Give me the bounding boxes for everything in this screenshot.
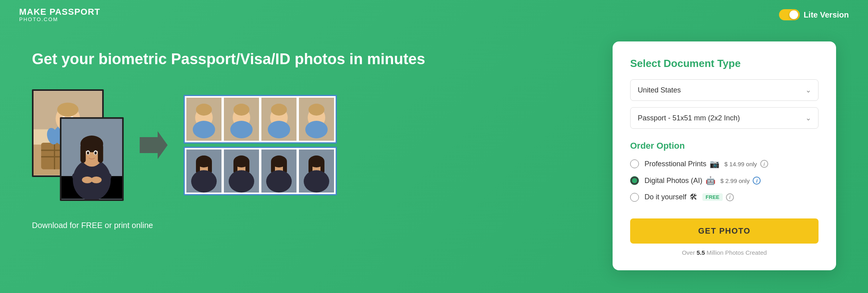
svg-point-37 bbox=[196, 104, 212, 116]
lite-version-label: Lite Version bbox=[804, 10, 849, 20]
radio-diy[interactable] bbox=[630, 193, 639, 202]
label-diy: Do it yourself 🛠 FREE i bbox=[645, 193, 734, 202]
svg-point-28 bbox=[87, 151, 89, 155]
info-professional[interactable]: i bbox=[760, 160, 768, 168]
result-row-baby bbox=[184, 95, 337, 144]
left-section: Get your biometric Passport/Visa/ID phot… bbox=[32, 41, 581, 230]
svg-rect-25 bbox=[98, 144, 103, 163]
option-professional-text: Professtional Prints bbox=[645, 160, 706, 168]
option-professional[interactable]: Professtional Prints 📷 $ 14.99 only i bbox=[630, 159, 819, 169]
svg-point-49 bbox=[308, 104, 324, 116]
panel-title: Select Document Type bbox=[630, 57, 819, 70]
svg-point-61 bbox=[233, 155, 249, 167]
stats-prefix: Over bbox=[682, 249, 697, 256]
source-photos bbox=[32, 89, 124, 201]
svg-point-55 bbox=[196, 155, 212, 167]
woman-photo bbox=[60, 117, 124, 201]
order-section: Order Option Professtional Prints 📷 $ 14… bbox=[630, 141, 819, 202]
robot-icon: 🤖 bbox=[706, 176, 716, 185]
option-digital[interactable]: Digital Photos (AI) 🤖 $ 2.99 only i bbox=[630, 176, 819, 185]
option-diy-text: Do it yourself bbox=[645, 193, 686, 201]
svg-point-50 bbox=[305, 121, 328, 138]
camera-icon: 📷 bbox=[710, 159, 720, 169]
result-row-woman bbox=[184, 147, 337, 195]
stats-number: 5.5 bbox=[696, 249, 705, 256]
tools-icon: 🛠 bbox=[690, 193, 698, 202]
svg-point-56 bbox=[191, 170, 217, 193]
lite-version-toggle[interactable]: Lite Version bbox=[779, 9, 849, 20]
header: MAKE PASSPORT PHOTO.COM Lite Version bbox=[0, 0, 868, 29]
order-title: Order Option bbox=[630, 141, 819, 151]
main-content: Get your biometric Passport/Visa/ID phot… bbox=[0, 29, 868, 293]
right-panel: Select Document Type United States Unite… bbox=[613, 41, 836, 270]
option-digital-text: Digital Photos (AI) bbox=[645, 177, 702, 185]
download-text: Download for FREE or print online bbox=[32, 221, 581, 230]
svg-point-67 bbox=[271, 155, 287, 167]
svg-marker-34 bbox=[140, 131, 168, 159]
svg-point-41 bbox=[233, 104, 249, 116]
svg-point-11 bbox=[57, 102, 79, 116]
price-digital: $ 2.99 only bbox=[720, 177, 749, 184]
info-digital[interactable]: i bbox=[753, 177, 761, 185]
svg-point-68 bbox=[266, 170, 292, 193]
info-diy[interactable]: i bbox=[726, 193, 734, 201]
photos-demo bbox=[32, 89, 581, 201]
toggle-circle bbox=[789, 10, 798, 19]
logo-bottom: PHOTO.COM bbox=[19, 17, 100, 22]
svg-point-29 bbox=[95, 151, 97, 155]
option-diy[interactable]: Do it yourself 🛠 FREE i bbox=[630, 193, 819, 202]
toggle-pill[interactable] bbox=[779, 9, 800, 20]
svg-point-46 bbox=[268, 121, 290, 138]
radio-professional[interactable] bbox=[630, 159, 639, 168]
svg-rect-24 bbox=[81, 144, 86, 163]
price-professional: $ 14.99 only bbox=[724, 161, 757, 167]
label-digital: Digital Photos (AI) 🤖 $ 2.99 only i bbox=[645, 176, 761, 185]
country-selector-wrapper: United States United Kingdom Canada Aust… bbox=[630, 79, 819, 101]
logo[interactable]: MAKE PASSPORT PHOTO.COM bbox=[19, 7, 100, 22]
svg-point-33 bbox=[91, 177, 102, 183]
free-badge: FREE bbox=[702, 193, 723, 201]
svg-point-38 bbox=[193, 121, 215, 138]
stats-text: Over 5.5 Million Photos Created bbox=[630, 249, 819, 256]
document-select[interactable]: Passport - 51x51 mm (2x2 Inch) Visa - 35… bbox=[630, 107, 819, 129]
logo-top: MAKE PASSPORT bbox=[19, 7, 100, 17]
svg-point-32 bbox=[82, 177, 93, 183]
svg-point-74 bbox=[304, 170, 329, 193]
result-photos bbox=[184, 95, 337, 195]
stats-suffix: Million Photos Created bbox=[705, 249, 767, 256]
hero-title: Get your biometric Passport/Visa/ID phot… bbox=[32, 49, 581, 69]
svg-point-45 bbox=[271, 104, 287, 116]
country-select[interactable]: United States United Kingdom Canada Aust… bbox=[630, 79, 819, 101]
svg-point-42 bbox=[230, 121, 253, 138]
document-selector-wrapper: Passport - 51x51 mm (2x2 Inch) Visa - 35… bbox=[630, 107, 819, 129]
get-photo-button[interactable]: GET PHOTO bbox=[630, 218, 819, 244]
arrow-indicator bbox=[136, 127, 172, 163]
svg-point-62 bbox=[229, 170, 254, 193]
label-professional: Professtional Prints 📷 $ 14.99 only i bbox=[645, 159, 768, 169]
svg-point-73 bbox=[308, 155, 324, 167]
radio-digital[interactable] bbox=[630, 176, 639, 185]
